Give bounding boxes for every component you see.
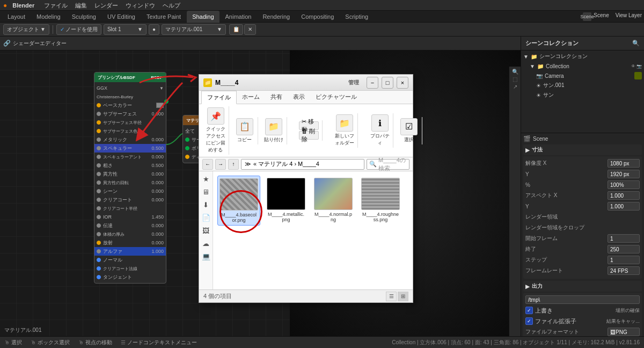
view-grid-btn[interactable]: ⊞ <box>398 292 408 301</box>
dimensions-section-header[interactable]: ▶ 寸法 <box>523 144 642 155</box>
tab-modeling[interactable]: Modeling <box>31 11 66 23</box>
menu-help[interactable]: ヘルプ <box>159 0 184 11</box>
ribbon-tab-view[interactable]: 表示 <box>288 91 310 104</box>
ribbon-tab-home[interactable]: ホーム <box>237 91 265 104</box>
sidebar-onedrive[interactable]: ☁ <box>201 238 211 249</box>
nav-up-btn[interactable]: ↑ <box>228 159 239 170</box>
step-value[interactable]: 1 <box>608 256 640 264</box>
checkbox-node[interactable]: ✓ ノードを使用 <box>56 24 101 35</box>
tab-animation[interactable]: Animation <box>220 11 257 23</box>
node-use-label: ノードを使用 <box>65 26 98 33</box>
aspect-x-value[interactable]: 1.000 <box>608 191 640 200</box>
search-box[interactable]: 🔍 M____4の検索 <box>367 159 409 170</box>
tab-rendering[interactable]: Rendering <box>257 11 295 23</box>
overwrite-checkbox[interactable]: ✓ <box>525 307 533 314</box>
socket-emit <box>97 241 101 245</box>
socket-tangent <box>97 275 101 279</box>
ribbon-paste-btn[interactable]: 📁 <box>265 118 282 135</box>
nav-back-btn[interactable]: ← <box>202 159 213 170</box>
dialog-minimize-btn[interactable]: − <box>367 77 378 89</box>
mat-btn-1[interactable]: 📋 <box>229 24 243 35</box>
ext-checkbox[interactable]: ✓ <box>525 317 533 325</box>
socket-anisorot <box>97 180 101 185</box>
ribbon-tab-file[interactable]: ファイル <box>201 91 237 104</box>
ribbon-props-btn[interactable]: ℹ <box>371 114 389 132</box>
dialog-maximize-btn[interactable]: □ <box>382 77 393 89</box>
output-section-header[interactable]: ▶ 出力 <box>523 281 642 292</box>
principled-bsdf-node[interactable]: プリンシプルBSDF BSDF GGX ▼ Christensen-Burley… <box>94 72 166 284</box>
side-icon-3[interactable]: ↗ <box>513 84 517 90</box>
crop-label: レンダー領域をクロップ <box>525 224 584 231</box>
slot-chevron: ▼ <box>137 26 143 32</box>
res-pct-value[interactable]: 100% <box>608 180 640 189</box>
tab-scripting[interactable]: Scripting <box>340 11 374 23</box>
bsdf-row-anisorot: 異方性の回転 0.000 <box>94 178 166 187</box>
ribbon-tab-share[interactable]: 共有 <box>265 91 288 104</box>
tab-texture-paint[interactable]: Texture Paint <box>141 11 186 23</box>
sidebar-quick-access[interactable]: ★ <box>201 173 211 184</box>
socket-rough <box>97 163 101 168</box>
ext-row: ✓ ファイル拡張子 結果をキャッ... <box>525 316 640 326</box>
sidebar-pictures[interactable]: 🖼 <box>201 225 211 236</box>
outline-scene-collection[interactable]: ▼ 📁 シーンコレクション <box>521 52 644 61</box>
slot-selector[interactable]: Slot 1 ▼ <box>104 24 147 35</box>
side-icon-2[interactable]: ⬚ <box>513 76 517 82</box>
material-selector[interactable]: マテリアル.001 ▼ <box>162 24 226 35</box>
dialog-close-btn[interactable]: × <box>397 77 408 89</box>
menu-render[interactable]: レンダー <box>91 0 121 11</box>
cam-label: Camera <box>545 73 564 79</box>
scene-selector[interactable]: Scene <box>583 12 591 21</box>
tab-compositing[interactable]: Compositing <box>296 11 339 23</box>
file-item-normal[interactable]: M____4.normal.png <box>312 176 355 226</box>
file-item-metallic[interactable]: M____4.metallic.png <box>265 176 308 226</box>
ribbon-copy-btn[interactable]: 📋 <box>236 118 253 135</box>
menu-edit[interactable]: 編集 <box>72 0 90 11</box>
outline-sun[interactable]: ☀ サン <box>521 90 644 100</box>
address-path[interactable]: ≫ « マテリアル 4 › M____4 <box>241 159 364 170</box>
tab-sculpting[interactable]: Sculpting <box>67 11 101 23</box>
sidebar-pc[interactable]: 💻 <box>201 251 211 262</box>
format-value[interactable]: 🖼 PNG <box>608 328 640 336</box>
side-icon-1[interactable]: 🔍 <box>512 69 518 75</box>
coll-arrow: ▼ <box>530 63 535 69</box>
ribbon-new-folder-btn[interactable]: 📁 <box>336 114 353 132</box>
sidebar-downloads[interactable]: ⬇ <box>201 199 211 210</box>
nav-forward-btn[interactable]: → <box>215 159 226 170</box>
sidebar-desktop[interactable]: 🖥 <box>201 186 211 197</box>
frame-start-value[interactable]: 1 <box>608 234 640 243</box>
ribbon-del-btn[interactable]: 🗑 削除 <box>299 131 319 140</box>
file-item-basecolor[interactable]: M____4.basecolor.png <box>217 176 260 226</box>
aspect-y-value[interactable]: 1.000 <box>608 202 640 211</box>
view-list-btn[interactable]: ☰ <box>386 292 397 301</box>
status-view: 🖱 視点の移動 <box>78 339 112 346</box>
menu-window[interactable]: ウィンドウ <box>122 0 158 11</box>
mode-label: オブジェクト <box>7 26 39 33</box>
fps-value[interactable]: 24 FPS <box>608 266 640 275</box>
outliner-title: シーンコレクション <box>525 39 579 47</box>
sphere-icon-btn[interactable]: ● <box>149 24 159 35</box>
mode-btn[interactable]: オブジェクト ▼ <box>3 24 49 35</box>
in-socket-displace <box>185 155 189 159</box>
frame-end-value[interactable]: 250 <box>608 245 640 253</box>
tab-shading[interactable]: Shading <box>187 11 219 23</box>
tab-layout[interactable]: Layout <box>2 11 31 23</box>
ribbon-tab-pictures[interactable]: ピクチャツール <box>310 91 362 104</box>
file-item-roughness[interactable]: M____4.roughness.png <box>359 176 402 226</box>
outline-camera[interactable]: 📷 Camera <box>521 71 644 81</box>
ribbon-pin-btn[interactable]: 📌 <box>207 107 224 125</box>
tab-uv-editing[interactable]: UV Editing <box>102 11 141 23</box>
ribbon-select-btn[interactable]: ☑ <box>400 118 418 135</box>
mat-btn-2[interactable]: ✕ <box>244 24 256 35</box>
menu-file[interactable]: ファイル <box>41 0 71 11</box>
dimensions-content: 解像度 X 1080 px Y 1920 px % 100% アスペクト X 1… <box>523 156 642 279</box>
outline-collection[interactable]: ▼ 📁 Collection 👁 📷 <box>521 61 644 71</box>
res-x-value[interactable]: 1080 px <box>608 159 640 168</box>
sun-label: サン <box>543 91 554 99</box>
basecolor-swatch <box>156 103 164 108</box>
output-path-value[interactable]: /tmp\ <box>525 295 640 304</box>
sidebar-docs[interactable]: 📄 <box>201 212 211 223</box>
socket-thick <box>97 232 101 236</box>
res-y-value[interactable]: 1920 px <box>608 170 640 178</box>
outline-sun1[interactable]: ☀ サン.001 <box>521 81 644 90</box>
workspace-tabs: Layout Modeling Sculpting UV Editing Tex… <box>0 11 644 23</box>
